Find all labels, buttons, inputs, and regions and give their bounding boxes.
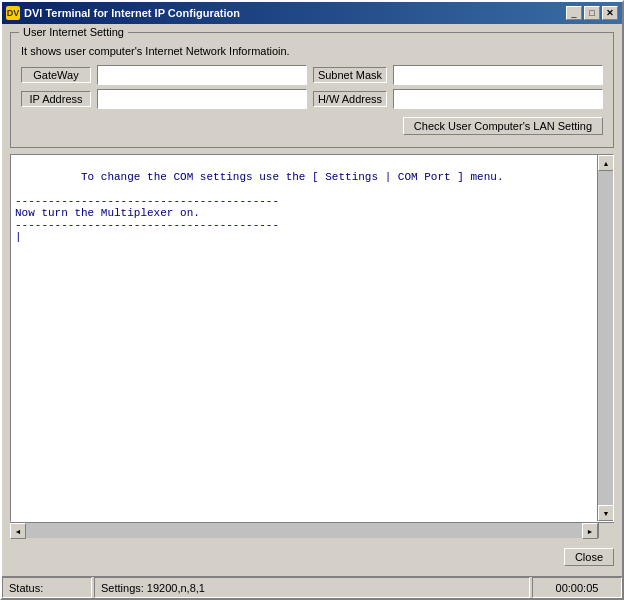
close-button[interactable]: Close xyxy=(564,548,614,566)
log-content: To change the COM settings use the [ Set… xyxy=(15,171,503,231)
log-text-area[interactable]: To change the COM settings use the [ Set… xyxy=(11,155,597,521)
bottom-buttons: Close xyxy=(10,544,614,568)
status-panel-label: Status: xyxy=(2,577,92,598)
hw-label: H/W Address xyxy=(313,91,387,107)
group-description: It shows user computer's Internet Networ… xyxy=(21,45,603,57)
maximize-button[interactable]: □ xyxy=(584,6,600,20)
ip-input[interactable] xyxy=(97,89,307,109)
status-bar: Status: Settings: 19200,n,8,1 00:00:05 xyxy=(2,576,622,598)
settings-value: Settings: 19200,n,8,1 xyxy=(101,582,205,594)
status-panel-time: 00:00:05 xyxy=(532,577,622,598)
check-btn-row: Check User Computer's LAN Setting xyxy=(21,117,603,135)
title-bar-buttons: _ □ ✕ xyxy=(566,6,618,20)
user-internet-setting-group: User Internet Setting It shows user comp… xyxy=(10,32,614,148)
hw-input[interactable] xyxy=(393,89,603,109)
scroll-track-v[interactable] xyxy=(598,171,613,505)
gateway-input[interactable] xyxy=(97,65,307,85)
cursor xyxy=(15,231,22,243)
status-label: Status: xyxy=(9,582,43,594)
scroll-down-button[interactable]: ▼ xyxy=(598,505,614,521)
window-content: User Internet Setting It shows user comp… xyxy=(2,24,622,576)
subnet-label: Subnet Mask xyxy=(313,67,387,83)
gateway-label: GateWay xyxy=(21,67,91,83)
text-area-container: To change the COM settings use the [ Set… xyxy=(10,154,614,522)
title-bar-left: DV DVI Terminal for Internet IP Configur… xyxy=(6,6,240,20)
group-box-title: User Internet Setting xyxy=(19,26,128,38)
scroll-up-button[interactable]: ▲ xyxy=(598,155,614,171)
title-bar: DV DVI Terminal for Internet IP Configur… xyxy=(2,2,622,24)
ip-label: IP Address xyxy=(21,91,91,107)
scroll-corner xyxy=(598,522,614,538)
scroll-track-h[interactable] xyxy=(26,523,582,538)
subnet-input[interactable] xyxy=(393,65,603,85)
minimize-button[interactable]: _ xyxy=(566,6,582,20)
app-icon: DV xyxy=(6,6,20,20)
horizontal-scrollbar-container: ◄ ► xyxy=(10,522,614,538)
fields-grid: GateWay Subnet Mask IP Address H/W Addre… xyxy=(21,65,603,109)
scroll-left-button[interactable]: ◄ xyxy=(10,523,26,539)
scroll-right-button[interactable]: ► xyxy=(582,523,598,539)
check-lan-button[interactable]: Check User Computer's LAN Setting xyxy=(403,117,603,135)
status-panel-settings: Settings: 19200,n,8,1 xyxy=(94,577,530,598)
main-window: DV DVI Terminal for Internet IP Configur… xyxy=(0,0,624,600)
close-title-button[interactable]: ✕ xyxy=(602,6,618,20)
window-title: DVI Terminal for Internet IP Configurati… xyxy=(24,7,240,19)
horizontal-scrollbar: ◄ ► xyxy=(10,522,598,538)
vertical-scrollbar: ▲ ▼ xyxy=(597,155,613,521)
text-area-wrapper: To change the COM settings use the [ Set… xyxy=(10,154,614,538)
time-value: 00:00:05 xyxy=(556,582,599,594)
